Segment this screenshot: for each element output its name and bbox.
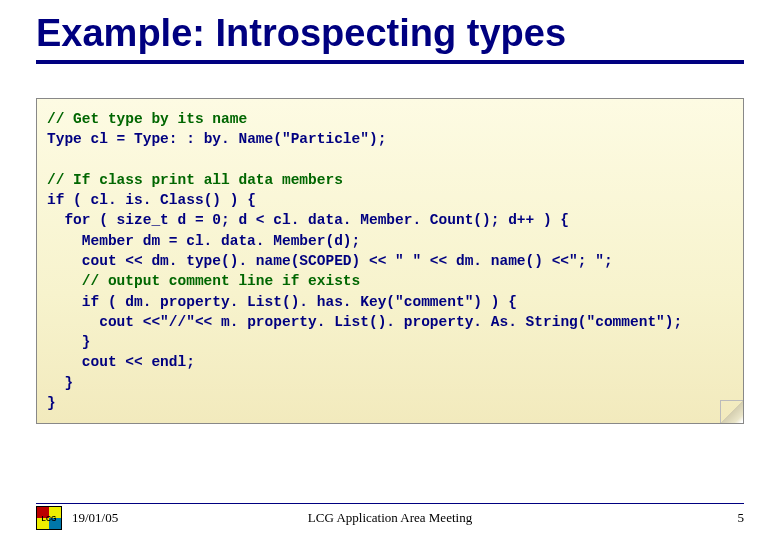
slide-title: Example: Introspecting types — [36, 14, 744, 64]
code-line: } — [47, 332, 91, 352]
code-comment: // If class print all data members — [47, 172, 343, 188]
code-comment: // Get type by its name — [47, 111, 247, 127]
lcg-logo: LCG — [36, 506, 62, 530]
footer-left: LCG 19/01/05 — [36, 506, 118, 530]
slide: Example: Introspecting types // Get type… — [0, 0, 780, 540]
slide-footer: LCG 19/01/05 LCG Application Area Meetin… — [36, 503, 744, 530]
code-line: if ( cl. is. Class() ) { — [47, 192, 256, 208]
code-line: Member dm = cl. data. Member(d); — [47, 231, 360, 251]
code-line: cout << dm. type(). name(SCOPED) << " " … — [47, 251, 613, 271]
footer-date: 19/01/05 — [72, 510, 118, 526]
code-block: // Get type by its name Type cl = Type: … — [36, 98, 744, 424]
code-line: if ( dm. property. List(). has. Key("com… — [47, 292, 517, 312]
code-comment: // output comment line if exists — [47, 271, 360, 291]
code-line: Type cl = Type: : by. Name("Particle"); — [47, 131, 395, 147]
footer-center: LCG Application Area Meeting — [308, 510, 472, 526]
code-line: cout << endl; — [47, 352, 195, 372]
logo-text: LCG — [37, 507, 61, 529]
code-line: cout <<"//"<< m. property. List(). prope… — [47, 312, 682, 332]
code-line: } — [47, 395, 56, 411]
code-line: } — [47, 373, 73, 393]
footer-page-number: 5 — [738, 510, 745, 526]
code-line: for ( size_t d = 0; d < cl. data. Member… — [47, 210, 569, 230]
